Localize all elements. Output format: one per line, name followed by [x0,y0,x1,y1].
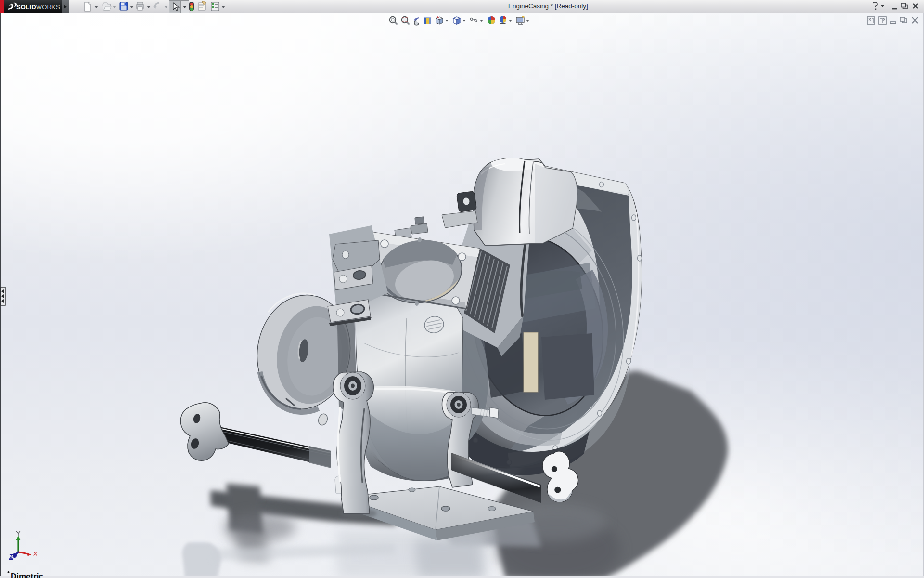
svg-text:SOLIDWORKS: SOLIDWORKS [16,3,60,11]
svg-text:Dimetric: Dimetric [11,572,43,578]
